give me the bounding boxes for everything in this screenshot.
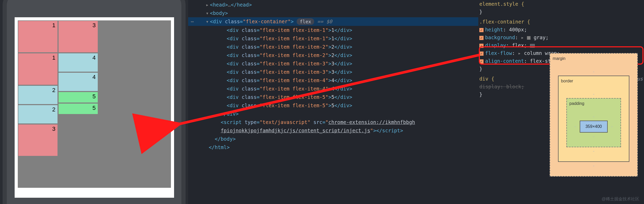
- css-prop-height[interactable]: ✓height: 400px;: [479, 26, 643, 33]
- flex-item: 2: [18, 105, 58, 123]
- rule-selector-flex-container[interactable]: .flex-container {: [479, 18, 643, 26]
- flex-container-demo: 1 1 2 2 3 3 4 4 5 5: [18, 20, 171, 188]
- flex-item: 2: [18, 86, 58, 104]
- rule-element-style[interactable]: element.style {: [479, 0, 643, 8]
- rule-close: }: [479, 8, 643, 16]
- flex-item: 3: [18, 124, 58, 156]
- elements-panel[interactable]: ▸<head>…</head> ▾<body> ⋯ ▾<div class="f…: [188, 0, 478, 204]
- dom-node[interactable]: <div class="flex-item flex-item-3">3</di…: [191, 68, 478, 76]
- flex-item: 1: [18, 53, 58, 85]
- dom-node[interactable]: <div class="flex-item flex-item-1">1</di…: [191, 34, 478, 43]
- flex-item: 4: [59, 73, 98, 91]
- preview-canvas: 1 1 2 2 3 3 4 4 5 5: [15, 17, 174, 198]
- box-model-content: 359×400: [580, 121, 608, 133]
- dom-node[interactable]: <div class="flex-item flex-item-4">4</di…: [191, 84, 478, 93]
- watermark: @稀土掘金技术社区: [602, 196, 639, 202]
- css-prop-background[interactable]: ✓background: ▸ gray;: [479, 33, 643, 41]
- dom-node[interactable]: </body>: [191, 135, 478, 143]
- flex-item: 4: [59, 53, 98, 72]
- dom-node[interactable]: <div class="flex-item flex-item-4">4</di…: [191, 76, 478, 84]
- css-prop-display[interactable]: ✓display: flex;: [479, 41, 643, 49]
- flex-item: 5: [59, 92, 98, 103]
- dom-node[interactable]: ▾<body>: [191, 9, 478, 17]
- dom-node[interactable]: <div class="flex-item flex-item-1">1</di…: [191, 26, 478, 34]
- flex-item: 5: [59, 104, 98, 114]
- dom-node[interactable]: <div class="flex-item flex-item-3">3</di…: [191, 59, 478, 68]
- phone-preview-area: 1 1 2 2 3 3 4 4 5 5: [0, 0, 188, 204]
- phone-frame: 1 1 2 2 3 3 4 4 5 5: [3, 0, 186, 204]
- dom-node[interactable]: <div class="flex-item flex-item-2">2</di…: [191, 43, 478, 51]
- flex-badge[interactable]: flex: [297, 18, 314, 25]
- box-model-padding-label: padding: [570, 100, 607, 107]
- box-model-border-label: border: [561, 77, 616, 85]
- dom-node[interactable]: <div class="flex-item flex-item-5">5</di…: [191, 101, 478, 110]
- dom-node[interactable]: fpiojnokkjpojfamhdjkjc/js/content_script…: [191, 126, 478, 135]
- dom-node[interactable]: ▸<head>…</head>: [191, 1, 478, 9]
- flex-item: 3: [59, 21, 98, 52]
- flex-editor-icon[interactable]: [530, 44, 535, 48]
- dom-node[interactable]: </html>: [191, 143, 478, 151]
- dom-node[interactable]: <div class="flex-item flex-item-2">2</di…: [191, 51, 478, 59]
- box-model-margin-label: margin: [553, 55, 624, 63]
- styles-panel[interactable]: element.style { } .flex-container { ✓hei…: [478, 0, 644, 204]
- dom-node[interactable]: </div>: [191, 110, 478, 118]
- box-model-viewer[interactable]: margin - border - padding - - 359×400 - …: [550, 53, 638, 177]
- dom-node-selected[interactable]: ⋯ ▾<div class="flex-container"> flex == …: [188, 17, 478, 26]
- dom-node[interactable]: <script type="text/javascript" src="chro…: [191, 118, 478, 126]
- dom-node[interactable]: <div class="flex-item flex-item-5">5</di…: [191, 93, 478, 101]
- color-swatch-icon[interactable]: [527, 36, 531, 40]
- flex-item: 1: [18, 21, 58, 52]
